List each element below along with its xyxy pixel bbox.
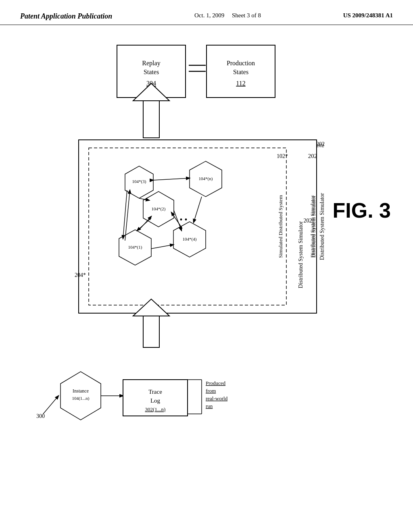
svg-text:112: 112 bbox=[236, 80, 245, 87]
svg-marker-42 bbox=[143, 315, 159, 347]
svg-text:300: 300 bbox=[36, 413, 45, 419]
svg-text:204*: 204* bbox=[75, 272, 86, 278]
diagram-area: Replay States 304 Production States 112 … bbox=[0, 25, 413, 532]
svg-text:Trace: Trace bbox=[148, 389, 162, 395]
svg-text:Instance: Instance bbox=[73, 388, 89, 394]
svg-text:Log: Log bbox=[150, 397, 161, 404]
svg-text:104*(4): 104*(4) bbox=[183, 237, 197, 242]
svg-text:104*(3): 104*(3) bbox=[132, 179, 146, 184]
diagram-svg: Replay States 304 Production States 112 … bbox=[0, 25, 413, 532]
svg-text:104*(1): 104*(1) bbox=[128, 245, 142, 250]
svg-text:Distributed System Simulator: Distributed System Simulator bbox=[311, 195, 317, 258]
patent-number: US 2009/248381 A1 bbox=[343, 12, 393, 19]
svg-text:104(1...n): 104(1...n) bbox=[72, 396, 89, 401]
svg-marker-10 bbox=[143, 100, 159, 138]
publication-date: Oct. 1, 2009 bbox=[194, 12, 224, 19]
svg-text:Replay: Replay bbox=[142, 60, 160, 67]
svg-text:Distributed System Simulator: Distributed System Simulator bbox=[319, 193, 325, 260]
svg-text:States: States bbox=[233, 69, 248, 75]
svg-text:202: 202 bbox=[308, 153, 317, 159]
svg-line-60 bbox=[43, 396, 58, 414]
header-center: Oct. 1, 2009 Sheet 3 of 8 bbox=[194, 12, 261, 19]
sheet-info: Sheet 3 of 8 bbox=[232, 12, 261, 19]
svg-text:run: run bbox=[206, 403, 213, 409]
page-header: Patent Application Publication Oct. 1, 2… bbox=[0, 0, 413, 25]
svg-text:from: from bbox=[206, 388, 216, 394]
figure-label: FIG. 3 bbox=[333, 198, 391, 222]
svg-text:102*: 102* bbox=[277, 153, 288, 159]
svg-text:Distributed System Simulator: Distributed System Simulator bbox=[298, 221, 304, 288]
svg-text:real-world: real-world bbox=[206, 395, 228, 401]
svg-text:Production: Production bbox=[227, 60, 255, 66]
svg-text:States: States bbox=[144, 69, 159, 75]
svg-text:Simulated Distributed System: Simulated Distributed System bbox=[277, 195, 284, 258]
svg-text:104*(2): 104*(2) bbox=[152, 206, 166, 212]
svg-text:202: 202 bbox=[316, 142, 324, 148]
svg-text:Produced: Produced bbox=[206, 380, 226, 386]
svg-text:302(1...n): 302(1...n) bbox=[145, 406, 166, 412]
svg-text:• •: • • bbox=[179, 215, 187, 224]
svg-text:104*(n): 104*(n) bbox=[199, 176, 213, 181]
publication-title: Patent Application Publication bbox=[20, 12, 112, 21]
